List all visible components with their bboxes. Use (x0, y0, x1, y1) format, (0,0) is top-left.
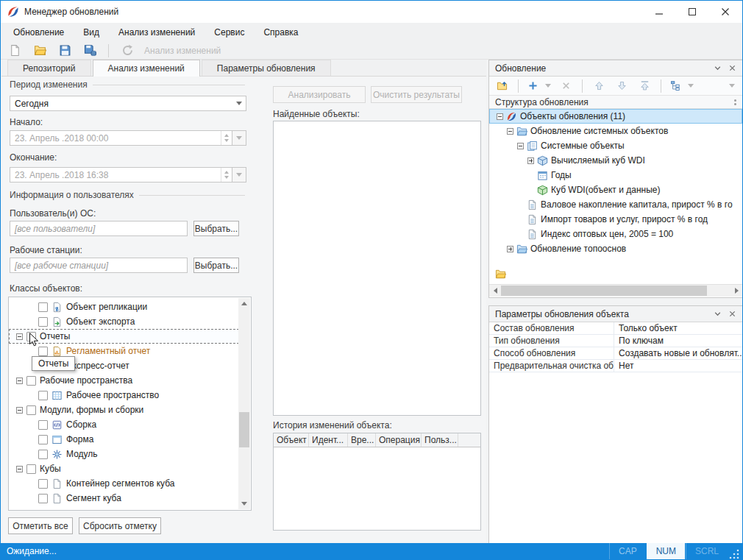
tree-item-system-objects[interactable]: Системные объекты (489, 138, 742, 153)
new-document-button[interactable] (7, 43, 23, 58)
update-panel-header[interactable]: Обновление (489, 60, 742, 77)
structure-header[interactable]: Структура обновления (489, 96, 742, 109)
vertical-scrollbar[interactable] (238, 298, 250, 509)
analyze-changes-button[interactable] (119, 43, 135, 58)
column-header-object[interactable]: Объект (274, 433, 309, 447)
horizontal-scrollbar[interactable] (489, 284, 742, 297)
update-tree[interactable]: Объекты обновления (11) Обновление систе… (489, 109, 742, 284)
menu-change-analysis[interactable]: Анализ изменений (109, 23, 205, 42)
checkbox[interactable] (38, 450, 48, 459)
tree-item-gross-capital[interactable]: Валовое накопление капитала, прирост % в… (489, 197, 742, 212)
maximize-button[interactable] (676, 1, 709, 23)
tree-item-workspaces[interactable]: Рабочие пространства (9, 373, 239, 388)
collapse-icon[interactable] (16, 466, 23, 472)
param-row[interactable]: Тип обновления По ключам (489, 335, 742, 347)
collapse-icon[interactable] (507, 128, 513, 135)
minimize-button[interactable] (643, 1, 676, 23)
param-value[interactable]: Нет (614, 360, 742, 372)
checkbox[interactable] (26, 376, 36, 386)
panel-chevron-down-icon[interactable] (711, 63, 723, 74)
add-object-button[interactable] (527, 79, 538, 93)
period-combobox[interactable]: Сегодня (10, 96, 246, 111)
column-menu-icon[interactable] (734, 99, 736, 105)
select-users-button[interactable]: Выбрать... (193, 221, 239, 236)
tree-item-cube-segment[interactable]: Сегмент куба (9, 491, 239, 506)
scroll-down-icon[interactable] (238, 498, 250, 509)
checkbox[interactable] (38, 302, 48, 312)
found-objects-list[interactable] (273, 121, 481, 416)
class-tree[interactable]: Объект репликации Объект экспорта Отчеты… (8, 297, 252, 511)
tab-change-analysis[interactable]: Анализ изменений (93, 60, 200, 77)
param-value[interactable]: Только объект (614, 322, 742, 334)
resize-grip[interactable] (728, 543, 739, 559)
tree-item-wholesale-index[interactable]: Индекс оптовых цен, 2005 = 100 (489, 227, 742, 241)
close-button[interactable] (709, 1, 742, 23)
checkbox[interactable] (38, 391, 48, 400)
column-header-time[interactable]: Вре... (348, 433, 376, 447)
checkbox[interactable] (38, 479, 48, 489)
column-header-user[interactable]: Польз... (422, 433, 458, 447)
column-header-id[interactable]: Идент... (309, 433, 348, 447)
checkbox[interactable] (38, 317, 48, 327)
checkbox[interactable] (38, 494, 48, 503)
scroll-thumb[interactable] (239, 412, 249, 447)
param-value[interactable]: Создавать новые и обновлят... (614, 347, 742, 359)
scroll-left-icon[interactable] (489, 285, 501, 297)
tab-repository[interactable]: Репозиторий (7, 60, 91, 76)
save-button[interactable] (57, 43, 73, 58)
tree-item-replication-object[interactable]: Объект репликации (9, 300, 239, 314)
workstations-input[interactable]: [все рабочие станции] (10, 258, 188, 273)
collapse-icon[interactable] (517, 143, 524, 149)
param-row[interactable]: Предварительная очистка об... Нет (489, 360, 742, 372)
tab-update-parameters[interactable]: Параметры обновления (202, 60, 331, 76)
history-table[interactable]: Объект Идент... Вре... Операция Польз... (273, 433, 481, 531)
expand-icon[interactable] (527, 157, 534, 164)
chevron-down-icon[interactable] (232, 96, 246, 110)
clear-results-button[interactable]: Очистить результаты (371, 86, 462, 103)
spinner-up-down[interactable] (221, 131, 232, 145)
checkbox[interactable] (38, 347, 48, 356)
select-all-button[interactable]: Отметить все (8, 517, 73, 534)
end-date-field[interactable]: 23. Апрель .2018 16:38 (10, 167, 246, 182)
checkbox[interactable] (26, 405, 36, 415)
scroll-track[interactable] (238, 309, 250, 498)
collapse-icon[interactable] (497, 113, 503, 120)
toolbar-overflow-icon[interactable] (729, 84, 735, 88)
start-date-field[interactable]: 23. Апрель .2018 00:00 (10, 130, 246, 146)
tree-view-dropdown-icon[interactable] (688, 84, 694, 88)
tree-item-reports[interactable]: Отчеты (9, 329, 239, 344)
reset-selection-button[interactable]: Сбросить отметку (79, 517, 161, 534)
chevron-down-icon[interactable] (232, 131, 246, 145)
collapse-icon[interactable] (16, 407, 23, 414)
open-button[interactable] (32, 43, 48, 58)
tree-item-export-object[interactable]: Объект экспорта (9, 314, 239, 329)
checkbox[interactable] (26, 464, 36, 474)
collapse-icon[interactable] (16, 333, 23, 340)
tree-item-years[interactable]: Годы (489, 168, 742, 182)
scroll-thumb[interactable] (501, 286, 707, 296)
open-update-button[interactable] (494, 79, 510, 93)
add-dropdown-icon[interactable] (545, 84, 551, 88)
expand-icon[interactable] (507, 246, 513, 252)
tree-item-topo-update[interactable]: Обновление топооснов (489, 241, 742, 256)
param-value[interactable]: По ключам (614, 335, 742, 347)
panel-close-icon[interactable] (726, 63, 738, 74)
panel-close-icon[interactable] (726, 308, 738, 320)
tree-item-calculated-cube[interactable]: Вычисляемый куб WDI (489, 153, 742, 168)
tree-item-cube-wdi[interactable]: Куб WDI(объект и данные) (489, 182, 742, 197)
select-workstations-button[interactable]: Выбрать... (193, 258, 239, 273)
panel-chevron-down-icon[interactable] (711, 308, 723, 320)
delete-object-button[interactable] (558, 79, 574, 93)
checkbox[interactable] (38, 420, 48, 430)
move-up-button[interactable] (591, 79, 607, 93)
tree-item-import-goods[interactable]: Импорт товаров и услуг, прирост % в год (489, 212, 742, 227)
analyze-button[interactable]: Анализировать (273, 86, 366, 103)
tree-item-modules-forms[interactable]: Модули, формы и сборки (9, 403, 239, 417)
spinner-up-down[interactable] (221, 168, 232, 182)
save-all-button[interactable] (82, 43, 98, 58)
scroll-right-icon[interactable] (730, 285, 742, 297)
move-down-button[interactable] (614, 79, 630, 93)
menu-view[interactable]: Вид (74, 23, 109, 42)
tree-view-button[interactable] (669, 79, 681, 93)
chevron-down-icon[interactable] (232, 168, 246, 182)
